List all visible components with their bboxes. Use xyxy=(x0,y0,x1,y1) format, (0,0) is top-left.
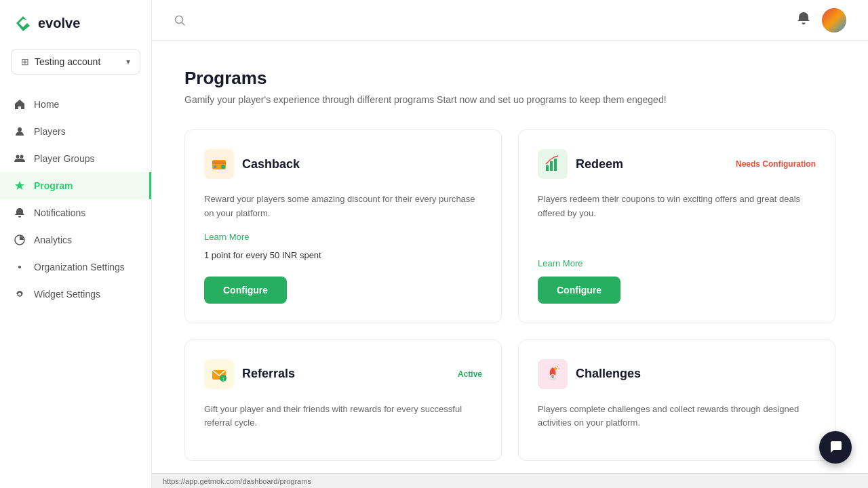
referrals-card-header: ↑ Referrals Active xyxy=(204,359,482,389)
redeem-card-header: Redeem Needs Configuration xyxy=(538,149,816,179)
challenges-card: Challenges Players complete challenges a… xyxy=(518,340,835,462)
page-subtitle: Gamify your player's experience through … xyxy=(184,94,835,105)
svg-line-7 xyxy=(182,22,184,25)
topbar-actions xyxy=(796,8,846,33)
referrals-description: Gift your player and their friends with … xyxy=(204,403,482,431)
svg-point-5 xyxy=(18,292,22,296)
notifications-icon xyxy=(14,207,26,219)
svg-point-0 xyxy=(18,127,22,131)
sidebar-item-org-settings[interactable]: Organization Settings xyxy=(0,253,151,281)
redeem-title: Redeem xyxy=(576,157,623,171)
home-icon xyxy=(14,98,26,110)
sidebar-item-org-settings-label: Organization Settings xyxy=(34,262,125,272)
referrals-icon: ↑ xyxy=(204,359,234,389)
referrals-title-group: ↑ Referrals xyxy=(204,359,295,389)
svg-point-10 xyxy=(221,165,225,169)
widget-settings-icon xyxy=(14,288,26,300)
redeem-icon xyxy=(538,149,568,179)
sidebar-item-widget-settings-label: Widget Settings xyxy=(34,289,100,300)
sidebar-item-home[interactable]: Home xyxy=(0,91,151,118)
sidebar-item-notifications-label: Notifications xyxy=(34,207,85,218)
challenges-card-header: Challenges xyxy=(538,359,816,389)
svg-rect-13 xyxy=(550,161,553,171)
svg-rect-14 xyxy=(554,159,557,171)
account-icon: ⊞ xyxy=(21,56,29,67)
sidebar-item-notifications[interactable]: Notifications xyxy=(0,199,151,226)
topbar xyxy=(152,0,868,41)
page-title: Programs xyxy=(184,68,835,89)
content-area: Programs Gamify your player's experience… xyxy=(152,41,868,473)
main-area: Programs Gamify your player's experience… xyxy=(152,0,868,488)
account-selector[interactable]: ⊞ Testing account ▾ xyxy=(11,49,140,75)
sidebar-item-analytics[interactable]: Analytics xyxy=(0,226,151,253)
player-icon xyxy=(14,125,26,138)
cashback-configure-button[interactable]: Configure xyxy=(204,277,287,304)
redeem-title-group: Redeem xyxy=(538,149,623,179)
sidebar-item-widget-settings[interactable]: Widget Settings xyxy=(0,281,151,308)
nav-section: Home Players Player Groups Program Notif… xyxy=(0,85,151,488)
redeem-description: Players redeem their coupons to win exci… xyxy=(538,192,816,247)
search-area[interactable] xyxy=(174,14,186,26)
referrals-title: Referrals xyxy=(242,367,295,381)
chat-icon xyxy=(828,440,843,455)
sidebar-item-analytics-label: Analytics xyxy=(34,235,72,245)
org-settings-icon xyxy=(14,261,26,273)
sidebar-item-player-groups[interactable]: Player Groups xyxy=(0,145,151,172)
search-icon xyxy=(174,14,186,26)
challenges-title-group: Challenges xyxy=(538,359,641,389)
cashback-description: Reward your players some amazing discoun… xyxy=(204,192,482,221)
sidebar-item-player-groups-label: Player Groups xyxy=(34,153,94,164)
status-bar: https://app.getmok.com/dashboard/program… xyxy=(152,473,868,488)
program-icon xyxy=(14,180,26,192)
redeem-needs-config-badge: Needs Configuration xyxy=(736,159,816,169)
svg-text:↑: ↑ xyxy=(222,376,224,382)
cashback-title: Cashback xyxy=(242,157,300,171)
referrals-active-badge: Active xyxy=(458,369,482,379)
svg-point-11 xyxy=(214,165,216,168)
sidebar: evolve ⊞ Testing account ▾ Home Players … xyxy=(0,0,152,488)
sidebar-item-program[interactable]: Program xyxy=(0,172,151,199)
referrals-card: ↑ Referrals Active Gift your player and … xyxy=(184,340,502,462)
sidebar-item-players-label: Players xyxy=(34,126,66,137)
programs-grid: Cashback Reward your players some amazin… xyxy=(184,129,835,461)
chevron-down-icon: ▾ xyxy=(126,57,130,66)
redeem-learn-more[interactable]: Learn More xyxy=(538,258,816,268)
svg-point-2 xyxy=(20,155,24,159)
svg-point-19 xyxy=(554,367,557,370)
bell-icon[interactable] xyxy=(796,11,811,29)
evolve-logo-icon xyxy=(14,14,33,33)
chat-fab-button[interactable] xyxy=(819,431,852,464)
svg-rect-9 xyxy=(212,161,226,164)
cashback-title-group: Cashback xyxy=(204,149,300,179)
sidebar-item-players[interactable]: Players xyxy=(0,118,151,145)
cashback-icon xyxy=(204,149,234,179)
logo[interactable]: evolve xyxy=(0,0,151,43)
analytics-icon xyxy=(14,234,26,246)
sidebar-item-home-label: Home xyxy=(34,99,59,110)
cashback-card: Cashback Reward your players some amazin… xyxy=(184,129,502,323)
challenges-title: Challenges xyxy=(576,367,641,381)
avatar[interactable] xyxy=(822,8,846,33)
redeem-configure-button[interactable]: Configure xyxy=(538,277,620,304)
sidebar-item-program-label: Program xyxy=(34,180,73,191)
svg-rect-12 xyxy=(546,165,549,171)
player-groups-icon xyxy=(14,152,26,165)
cashback-detail: 1 point for every 50 INR spent xyxy=(204,250,482,260)
challenges-icon xyxy=(538,359,568,389)
status-url: https://app.getmok.com/dashboard/program… xyxy=(163,477,311,485)
brand-name: evolve xyxy=(38,16,80,31)
svg-point-1 xyxy=(16,155,20,159)
cashback-learn-more[interactable]: Learn More xyxy=(204,232,482,242)
svg-point-4 xyxy=(18,266,21,268)
cashback-card-header: Cashback xyxy=(204,149,482,179)
redeem-card: Redeem Needs Configuration Players redee… xyxy=(518,129,835,323)
account-name: Testing account xyxy=(35,56,121,67)
challenges-description: Players complete challenges and collect … xyxy=(538,403,816,431)
